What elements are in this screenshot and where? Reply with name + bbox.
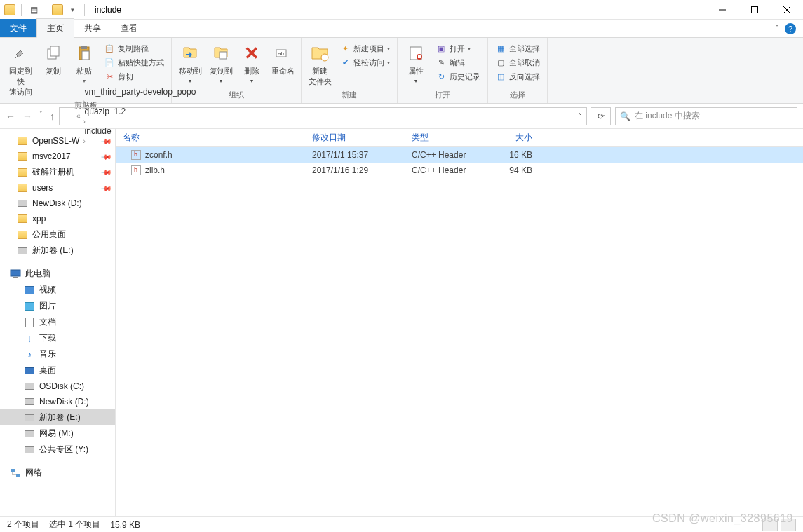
tab-home[interactable]: 主页 <box>36 18 74 38</box>
rename-button[interactable]: ab 重命名 <box>269 41 297 78</box>
folder-icon <box>17 182 28 193</box>
tree-item[interactable]: xpp <box>0 211 115 226</box>
ribbon-collapse-icon[interactable]: ˄ <box>775 24 779 34</box>
qat-open-icon[interactable] <box>52 4 63 15</box>
tree-item[interactable]: 网易 (M:) <box>0 425 115 442</box>
tree-item[interactable]: 公用桌面 <box>0 226 115 243</box>
back-button[interactable]: ← <box>6 111 15 122</box>
pin-icon <box>9 42 32 64</box>
tab-view[interactable]: 查看 <box>111 19 147 37</box>
search-box[interactable]: 🔍 在 include 中搜索 <box>615 107 797 125</box>
column-headers[interactable]: 名称 修改日期 类型 大小 <box>116 129 803 147</box>
tree-item[interactable]: OpenSSL-W📌 <box>0 133 115 149</box>
tree-item[interactable]: 桌面 <box>0 362 115 378</box>
tree-item[interactable]: 破解注册机📌 <box>0 164 115 180</box>
maximize-button[interactable] <box>738 0 771 20</box>
qat-dropdown-icon[interactable]: ▾ <box>66 4 79 16</box>
up-button[interactable]: ↑ <box>50 111 55 122</box>
pin-icon: 📌 <box>101 166 112 177</box>
tree-item[interactable]: 视频 <box>0 282 115 298</box>
edit-icon: ✎ <box>436 57 447 68</box>
tree-item[interactable]: NewDisk (D:) <box>0 196 115 211</box>
new-folder-button[interactable]: 新建 文件夹 <box>306 41 334 88</box>
move-to-button[interactable]: 移动到▾ <box>176 41 204 86</box>
col-size[interactable]: 大小 <box>490 132 539 144</box>
paste-button[interactable]: 粘贴 ▾ <box>70 41 98 86</box>
tree-item[interactable]: 新加卷 (E:) <box>0 243 115 259</box>
drive-icon <box>17 198 28 209</box>
close-button[interactable] <box>771 0 803 20</box>
tree-item[interactable]: 新加卷 (E:) <box>0 409 115 425</box>
tree-item[interactable]: ♪音乐 <box>0 346 115 362</box>
status-count: 2 个项目 <box>7 519 39 531</box>
col-type[interactable]: 类型 <box>405 132 490 144</box>
folder-icon <box>17 213 28 224</box>
recent-dropdown-icon[interactable]: ˅ <box>39 111 43 122</box>
address-bar[interactable]: « vm_third_party-develop_popo›quazip_1.2… <box>59 107 587 125</box>
col-date[interactable]: 修改日期 <box>305 132 405 144</box>
select-none-icon: ▢ <box>495 57 506 68</box>
group-open: 属性▾ ▣打开▾ ✎编辑 ↻历史记录 打开 <box>398 38 488 103</box>
new-item-icon: ✦ <box>339 43 351 54</box>
breadcrumb-item[interactable]: quazip_1.2 <box>83 107 198 116</box>
tree-this-pc[interactable]: 此电脑 <box>0 266 115 282</box>
nav-tree[interactable]: OpenSSL-W📌msvc2017📌破解注册机📌users📌NewDisk (… <box>0 129 116 516</box>
minimize-button[interactable] <box>706 0 738 20</box>
open-button[interactable]: ▣打开▾ <box>433 42 483 55</box>
help-icon[interactable]: ? <box>785 23 796 34</box>
invert-selection-button[interactable]: ◫反向选择 <box>492 70 543 83</box>
folder-icon <box>17 167 28 178</box>
network-icon <box>10 468 21 479</box>
breadcrumb-item[interactable]: vm_third_party-develop_popo <box>83 87 198 97</box>
pin-to-quick-access-button[interactable]: 固定到快 速访问 <box>4 41 36 99</box>
easy-access-button[interactable]: ✔轻松访问▾ <box>337 56 393 69</box>
svg-rect-18 <box>11 469 15 472</box>
tree-item[interactable]: users📌 <box>0 180 115 196</box>
address-folder-icon <box>64 112 74 121</box>
svg-rect-7 <box>81 46 87 49</box>
video-icon <box>24 285 35 296</box>
copy-path-button[interactable]: 📋复制路径 <box>101 42 167 55</box>
properties-button[interactable]: 属性▾ <box>402 41 430 86</box>
tree-item[interactable]: 文档 <box>0 314 115 330</box>
status-size: 15.9 KB <box>110 520 140 530</box>
file-list[interactable]: 名称 修改日期 类型 大小 zconf.h2017/1/1 15:37C/C++… <box>116 129 803 516</box>
chevron-right-icon[interactable]: › <box>83 118 86 125</box>
tree-item[interactable]: msvc2017📌 <box>0 149 115 164</box>
select-all-button[interactable]: ▦全部选择 <box>492 42 543 55</box>
delete-button[interactable]: ✕ 删除▾ <box>238 41 266 86</box>
paste-shortcut-button[interactable]: 📄粘贴快捷方式 <box>101 56 167 69</box>
refresh-button[interactable]: ⟳ <box>591 107 611 125</box>
chevron-right-icon[interactable]: › <box>83 98 86 106</box>
open-icon: ▣ <box>436 43 447 54</box>
move-to-icon <box>179 42 201 64</box>
drive-icon <box>24 428 35 439</box>
tab-share[interactable]: 共享 <box>74 19 111 37</box>
new-item-button[interactable]: ✦新建项目▾ <box>337 42 393 55</box>
tab-file[interactable]: 文件 <box>0 19 36 37</box>
nav-bar: ← → ˅ ↑ « vm_third_party-develop_popo›qu… <box>0 104 803 129</box>
drive-icon <box>24 412 35 423</box>
copy-to-button[interactable]: 复制到▾ <box>207 41 235 86</box>
select-none-button[interactable]: ▢全部取消 <box>492 56 543 69</box>
file-row[interactable]: zlib.h2017/1/16 1:29C/C++ Header94 KB <box>116 163 803 178</box>
col-name[interactable]: 名称 <box>116 132 305 144</box>
properties-icon <box>405 42 427 64</box>
tree-item[interactable]: OSDisk (C:) <box>0 378 115 394</box>
tree-item[interactable]: 图片 <box>0 298 115 314</box>
history-button[interactable]: ↻历史记录 <box>433 70 483 83</box>
cut-icon: ✂ <box>104 71 115 82</box>
cut-button[interactable]: ✂剪切 <box>101 70 167 83</box>
copy-button[interactable]: 复制 <box>39 41 67 78</box>
file-row[interactable]: zconf.h2017/1/1 15:37C/C++ Header16 KB <box>116 147 803 163</box>
copy-icon <box>42 42 65 64</box>
edit-button[interactable]: ✎编辑 <box>433 56 483 69</box>
qat-properties-icon[interactable]: ▤ <box>27 4 40 16</box>
tree-item[interactable]: NewDisk (D:) <box>0 394 115 409</box>
tree-item[interactable]: ↓下载 <box>0 330 115 346</box>
forward-button[interactable]: → <box>22 111 32 122</box>
downloads-icon: ↓ <box>24 333 35 344</box>
tree-network[interactable]: 网络 <box>0 465 115 481</box>
tree-item[interactable]: 公共专区 (Y:) <box>0 442 115 458</box>
address-dropdown-icon[interactable]: ˅ <box>579 112 582 120</box>
